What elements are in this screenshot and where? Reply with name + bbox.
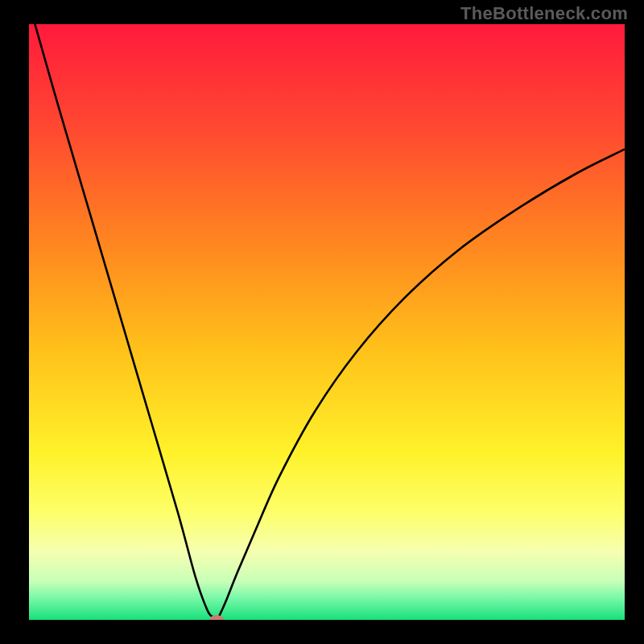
bottleneck-chart-svg [29, 24, 625, 620]
gradient-background [29, 24, 625, 620]
watermark-text: TheBottleneck.com [460, 3, 628, 24]
chart-frame: TheBottleneck.com [0, 0, 644, 644]
plot-area [29, 24, 625, 620]
